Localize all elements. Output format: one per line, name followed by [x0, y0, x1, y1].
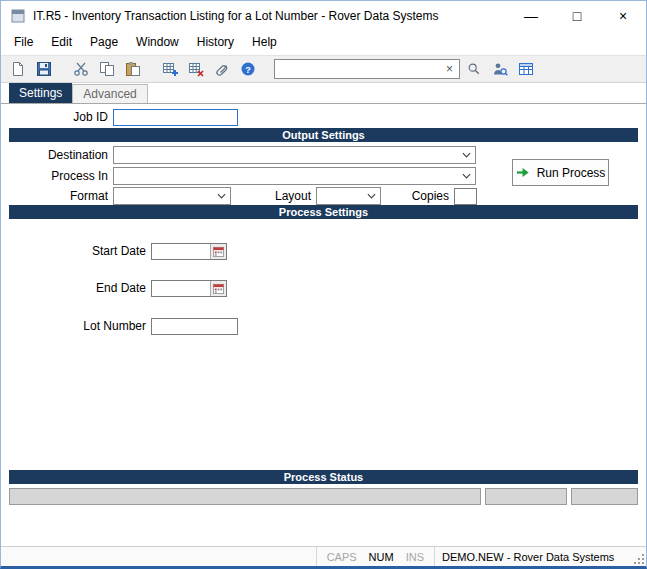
minimize-button[interactable]: — [508, 1, 554, 30]
end-date-label: End Date [1, 281, 151, 295]
chevron-down-icon [217, 193, 226, 199]
help-icon: ? [240, 61, 256, 77]
tab-advanced[interactable]: Advanced [72, 84, 147, 103]
caps-lock-indicator: CAPS [321, 551, 363, 563]
status-bar: CAPS NUM INS DEMO.NEW - Rover Data Syste… [1, 546, 646, 566]
search-icon [467, 62, 481, 76]
tab-settings[interactable]: Settings [9, 83, 72, 103]
table-grid-icon [518, 61, 534, 77]
format-row: Format Layout Copies [1, 187, 477, 205]
cut-button[interactable] [69, 57, 93, 81]
app-window: IT.R5 - Inventory Transaction Listing fo… [0, 0, 647, 569]
menu-file[interactable]: File [5, 30, 42, 55]
num-lock-indicator: NUM [363, 551, 400, 563]
layout-label: Layout [231, 189, 316, 203]
attachments-button[interactable] [210, 57, 234, 81]
layout-select[interactable] [316, 187, 381, 205]
process-in-select[interactable] [113, 167, 476, 185]
menu-edit[interactable]: Edit [42, 30, 81, 55]
status-message-field [9, 488, 481, 505]
end-date-field[interactable] [151, 280, 227, 297]
job-id-label: Job ID [1, 110, 113, 124]
destination-select[interactable] [113, 146, 476, 164]
end-date-row: End Date [1, 279, 227, 297]
paperclip-icon [214, 61, 230, 77]
lot-number-input[interactable] [151, 318, 238, 335]
status-progress-field [485, 488, 567, 505]
job-id-row: Job ID [1, 108, 238, 126]
copies-label: Copies [381, 189, 454, 203]
format-select[interactable] [113, 187, 231, 205]
process-settings-header: Process Settings [9, 205, 638, 219]
new-document-icon [10, 61, 26, 77]
cut-icon [73, 61, 89, 77]
output-settings-header: Output Settings [9, 128, 638, 142]
grid-insert-icon [162, 61, 178, 77]
status-count-field [571, 488, 638, 505]
lot-number-label: Lot Number [1, 319, 151, 333]
menu-help[interactable]: Help [243, 30, 286, 55]
start-date-calendar-button[interactable] [210, 244, 226, 259]
svg-text:?: ? [245, 65, 251, 75]
search-button[interactable] [462, 57, 486, 81]
menu-bar: File Edit Page Window History Help [1, 30, 646, 55]
calendar-icon [213, 246, 224, 257]
grid-delete-icon [188, 61, 204, 77]
chevron-down-icon [462, 152, 471, 158]
copies-input[interactable] [454, 188, 477, 205]
menu-history[interactable]: History [188, 30, 243, 55]
app-icon[interactable] [10, 8, 26, 24]
start-date-field[interactable] [151, 243, 227, 260]
close-button[interactable]: × [600, 1, 646, 30]
title-bar: IT.R5 - Inventory Transaction Listing fo… [1, 1, 646, 30]
job-id-input[interactable] [113, 109, 238, 126]
search-input[interactable] [278, 61, 443, 77]
tab-strip: Settings Advanced [1, 83, 646, 104]
calendar-icon [213, 283, 224, 294]
maximize-button[interactable]: □ [554, 1, 600, 30]
help-button[interactable]: ? [236, 57, 260, 81]
insert-record-button[interactable] [158, 57, 182, 81]
window-title: IT.R5 - Inventory Transaction Listing fo… [33, 9, 508, 23]
start-date-label: Start Date [1, 244, 151, 258]
lot-number-row: Lot Number [1, 317, 238, 335]
process-in-label: Process In [1, 169, 113, 183]
save-button[interactable] [32, 57, 56, 81]
save-icon [36, 61, 52, 77]
user-search-icon [492, 61, 508, 77]
keyboard-state-panel: CAPS NUM INS [316, 547, 434, 566]
toolbar: ? × [1, 55, 646, 83]
format-label: Format [1, 189, 113, 203]
chevron-down-icon [462, 173, 471, 179]
toolbar-search: × [274, 59, 460, 79]
insert-indicator: INS [400, 551, 430, 563]
chevron-down-icon [367, 193, 376, 199]
menu-window[interactable]: Window [127, 30, 188, 55]
end-date-calendar-button[interactable] [210, 281, 226, 296]
new-button[interactable] [6, 57, 30, 81]
statusbar-spacer [1, 547, 316, 566]
menu-page[interactable]: Page [81, 30, 127, 55]
user-lookup-button[interactable] [488, 57, 512, 81]
destination-row: Destination [1, 146, 476, 164]
run-process-button[interactable]: Run Process [512, 159, 609, 186]
session-panel: DEMO.NEW - Rover Data Systems [434, 547, 632, 566]
run-arrow-icon [516, 165, 531, 180]
destination-label: Destination [1, 148, 113, 162]
process-in-row: Process In [1, 167, 476, 185]
process-status-header: Process Status [9, 470, 638, 484]
run-process-label: Run Process [537, 166, 606, 180]
paste-icon [125, 61, 141, 77]
browse-button[interactable] [514, 57, 538, 81]
form-content: Job ID Output Settings Destination Proce… [1, 104, 646, 546]
start-date-row: Start Date [1, 242, 227, 260]
clear-search-icon[interactable]: × [443, 63, 456, 75]
delete-record-button[interactable] [184, 57, 208, 81]
copy-icon [99, 61, 115, 77]
paste-button[interactable] [121, 57, 145, 81]
copy-button[interactable] [95, 57, 119, 81]
resize-grip[interactable] [632, 547, 646, 566]
